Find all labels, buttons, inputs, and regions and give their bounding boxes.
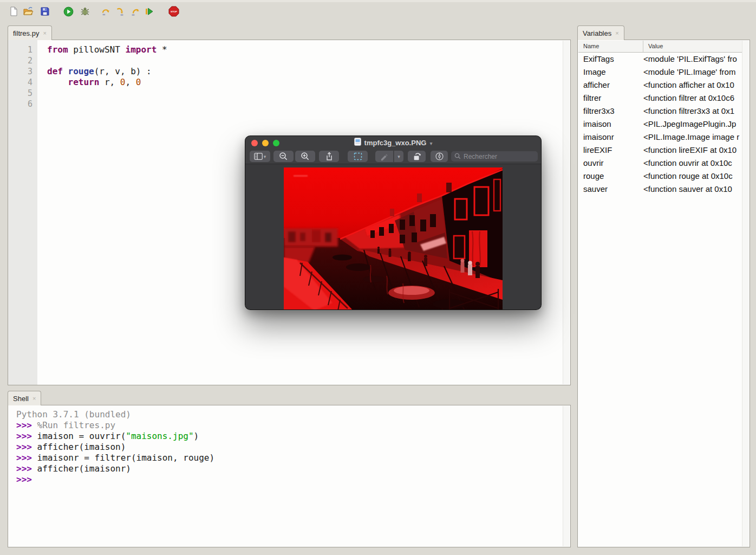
table-row[interactable]: ExifTags<module 'PIL.ExifTags' fro: [578, 53, 742, 66]
sidebar-toggle-button[interactable]: ▾: [250, 151, 270, 162]
variable-name: imaisonr: [578, 131, 643, 144]
rotate-button[interactable]: [408, 151, 426, 162]
step-over-button[interactable]: [100, 5, 112, 17]
variable-value: <module 'PIL.Image' from: [643, 66, 742, 79]
rotate-icon: [412, 152, 422, 161]
shell-area[interactable]: Python 3.7.1 (bundled)>>> %Run filtres.p…: [8, 405, 563, 547]
window-title-group: tmpfc3g_wxo.PNG ▾: [245, 138, 541, 148]
table-row[interactable]: rouge<function rouge at 0x10c: [578, 170, 742, 183]
code-line: >>> afficher(imaison): [16, 442, 563, 453]
markup-pen-icon: [380, 152, 389, 161]
shell-scrollbar[interactable]: [563, 406, 570, 546]
markup-pen-dropdown[interactable]: ▾: [394, 151, 403, 162]
code-line: return r, 0, 0: [47, 77, 563, 88]
code-line: >>> imaison = ouvrir("maisons.jpg"): [16, 431, 563, 442]
new-file-icon: [9, 7, 18, 16]
run-button[interactable]: [62, 5, 74, 17]
variable-value: <function filtrer at 0x10c6: [643, 92, 742, 105]
code-line: Python 3.7.1 (bundled): [16, 409, 563, 420]
document-icon: [354, 138, 361, 148]
preview-titlebar[interactable]: tmpfc3g_wxo.PNG ▾: [245, 136, 541, 150]
code-line: from pillowSNT import *: [47, 44, 563, 55]
line-number: 2: [8, 55, 37, 66]
table-row[interactable]: filtrer<function filtrer at 0x10c6: [578, 92, 742, 105]
new-file-button[interactable]: [8, 5, 19, 17]
debug-button[interactable]: [79, 5, 91, 17]
svg-text:STOP: STOP: [171, 10, 177, 13]
tab-editor-label: filtres.py: [13, 29, 39, 37]
table-row[interactable]: filtrer3x3<function filtrer3x3 at 0x1: [578, 105, 742, 118]
variable-name: ouvrir: [578, 157, 643, 170]
search-placeholder: Rechercher: [464, 153, 497, 160]
step-out-button[interactable]: [129, 5, 141, 17]
tab-variables-label: Variables: [583, 29, 611, 37]
step-into-button[interactable]: [114, 5, 126, 17]
share-icon: [325, 152, 334, 161]
variable-name: filtrer3x3: [578, 105, 643, 118]
table-row[interactable]: lireEXIF<function lireEXIF at 0x10: [578, 144, 742, 157]
table-row[interactable]: imaison<PIL.JpegImagePlugin.Jp: [578, 118, 742, 131]
chevron-down-icon: ▾: [397, 154, 400, 159]
editor-scrollbar[interactable]: [563, 41, 570, 384]
menubar-strip: [0, 0, 756, 2]
step-over-icon: [101, 7, 111, 16]
line-number: 4: [8, 77, 37, 88]
code-line: [47, 55, 563, 66]
tab-shell[interactable]: Shell ×: [8, 391, 41, 405]
variable-name: afficher: [578, 79, 643, 92]
search-icon: [454, 152, 461, 162]
variable-name: rouge: [578, 170, 643, 183]
open-file-button[interactable]: [22, 5, 34, 17]
run-icon: [63, 7, 74, 17]
step-into-icon: [115, 7, 125, 16]
variables-scrollbar[interactable]: [742, 41, 749, 546]
markup-pen-button[interactable]: [375, 151, 393, 162]
variable-value: <function ouvrir at 0x10c: [643, 157, 742, 170]
tab-close-icon[interactable]: ×: [43, 30, 46, 36]
zoom-in-button[interactable]: [295, 151, 315, 162]
variable-name: sauver: [578, 183, 643, 196]
variable-value: <function sauver at 0x10: [643, 183, 742, 196]
variable-name: filtrer: [578, 92, 643, 105]
zoom-out-button[interactable]: [273, 151, 294, 162]
annotate-pen-circle-icon: [435, 152, 444, 161]
code-line: >>> imaisonr = filtrer(imaison, rouge): [16, 453, 563, 463]
table-row[interactable]: afficher<function afficher at 0x10: [578, 79, 742, 92]
table-row[interactable]: imaisonr<PIL.Image.Image image r: [578, 131, 742, 144]
step-out-icon: [131, 7, 140, 16]
selection-marquee-icon: [354, 152, 362, 160]
share-button[interactable]: [319, 151, 339, 162]
code-line: [47, 99, 563, 109]
variable-value: <function afficher at 0x10: [643, 79, 742, 92]
stop-button[interactable]: STOP: [168, 5, 180, 17]
preview-image: [284, 167, 503, 310]
variable-value: <PIL.JpegImagePlugin.Jp: [643, 118, 742, 131]
table-row[interactable]: sauver<function sauver at 0x10: [578, 183, 742, 196]
tab-close-icon[interactable]: ×: [32, 396, 36, 402]
column-header-value[interactable]: Value: [643, 41, 742, 52]
sidebar-icon: [254, 152, 264, 160]
save-icon: [40, 7, 50, 16]
variables-rows: ExifTags<module 'PIL.ExifTags' froImage<…: [578, 53, 742, 546]
resume-button[interactable]: [143, 5, 155, 17]
line-number: 5: [8, 88, 37, 99]
tab-close-icon[interactable]: ×: [615, 30, 618, 36]
code-line: def rouge(r, v, b) :: [47, 66, 563, 77]
tab-shell-label: Shell: [13, 395, 29, 403]
code-line: [47, 88, 563, 99]
variables-panel: Name Value ExifTags<module 'PIL.ExifTags…: [577, 40, 750, 547]
variable-name: ExifTags: [578, 53, 643, 66]
resume-icon: [144, 7, 154, 16]
variable-name: lireEXIF: [578, 144, 643, 157]
table-row[interactable]: ouvrir<function ouvrir at 0x10c: [578, 157, 742, 170]
selection-tool-button[interactable]: [348, 151, 368, 162]
tab-editor[interactable]: filtres.py ×: [8, 25, 52, 40]
search-input[interactable]: Rechercher: [451, 151, 538, 162]
save-file-button[interactable]: [39, 5, 51, 17]
column-header-name[interactable]: Name: [578, 41, 643, 52]
preview-content: [245, 164, 541, 309]
title-chevron-icon[interactable]: ▾: [429, 140, 432, 146]
annotate-button[interactable]: [431, 151, 448, 162]
table-row[interactable]: Image<module 'PIL.Image' from: [578, 66, 742, 79]
tab-variables[interactable]: Variables ×: [577, 25, 624, 40]
